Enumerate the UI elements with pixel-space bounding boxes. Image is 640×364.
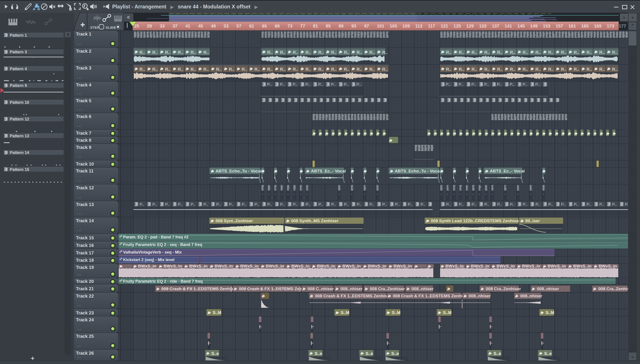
svg-text:P..: P.. <box>344 202 348 207</box>
svg-text:R..: R.. <box>178 67 183 72</box>
svg-text:P..: P.. <box>522 82 527 87</box>
svg-text:P..: P.. <box>229 202 234 207</box>
svg-text:P..: P.. <box>152 202 157 207</box>
svg-text:S..M: S..M <box>443 310 452 315</box>
svg-text:P..: P.. <box>484 82 489 87</box>
svg-text:R..: R.. <box>140 67 145 72</box>
svg-text:R..: R.. <box>293 50 298 55</box>
svg-text:BWxS..in: BWxS..in <box>368 264 386 268</box>
svg-text:R..: R.. <box>561 67 566 72</box>
svg-text:BWxS..in: BWxS..in <box>215 264 233 268</box>
svg-text:P..: P.. <box>318 202 323 207</box>
svg-text:P..: P.. <box>535 202 540 207</box>
svg-text:R..: R.. <box>165 50 170 55</box>
svg-text:Pattern 15: Pattern 15 <box>10 167 29 172</box>
svg-text:P..: P.. <box>472 202 476 207</box>
svg-text:008 Synt..Zenhiser: 008 Synt..Zenhiser <box>216 218 253 223</box>
svg-text:R..: R.. <box>178 50 183 55</box>
svg-text:R..: R.. <box>318 67 324 72</box>
svg-text:R..: R.. <box>459 50 464 55</box>
svg-text:P..: P.. <box>395 202 400 207</box>
svg-text:P..: P.. <box>242 202 246 207</box>
svg-text:R..: R.. <box>369 67 375 72</box>
svg-text:Param. EQ 2 - pad - Band 7 fre: Param. EQ 2 - pad - Band 7 freq #2 <box>123 235 188 239</box>
svg-text:ABTS_Ec..- Vocal: ABTS_Ec..- Vocal <box>490 169 525 173</box>
svg-text:R..: R.. <box>318 50 324 55</box>
svg-text:R..: R.. <box>535 67 541 72</box>
svg-text:008 Crash & FX 1..EDSTEMS Zenh: 008 Crash & FX 1..EDSTEMS Zenhiser <box>393 294 469 298</box>
svg-text:R..: R.. <box>586 67 592 72</box>
svg-text:S..e: S..e <box>544 351 552 356</box>
svg-text:R..: R.. <box>510 67 515 72</box>
svg-text:BWxS..in: BWxS..in <box>522 264 540 268</box>
svg-text:S..M: S..M <box>213 310 221 315</box>
svg-text:P..: P.. <box>305 82 310 87</box>
svg-text:Pattern 1: Pattern 1 <box>10 33 27 38</box>
svg-text:R..: R.. <box>191 67 196 72</box>
svg-text:R..: R.. <box>599 67 605 72</box>
svg-text:ABTS_Ec..- Vocal: ABTS_Ec..- Vocal <box>311 169 346 173</box>
svg-text:008 Synth..MS Zenhiser: 008 Synth..MS Zenhiser <box>291 218 339 223</box>
svg-text:P..: P.. <box>471 82 476 87</box>
svg-text:BWxS..in: BWxS..in <box>573 264 591 268</box>
svg-text:S..M: S..M <box>546 310 554 315</box>
svg-text:R..: R.. <box>267 50 273 55</box>
svg-text:P..: P.. <box>497 202 502 207</box>
svg-text:Pattern 12: Pattern 12 <box>10 117 29 121</box>
svg-text:P..: P.. <box>586 202 591 207</box>
svg-text:P..: P.. <box>574 202 578 207</box>
svg-text:P..: P.. <box>356 82 361 87</box>
svg-text:008..nhiser: 008..nhiser <box>469 294 491 298</box>
svg-text:S..M: S..M <box>341 310 349 315</box>
svg-text:S..e: S..e <box>391 351 399 356</box>
svg-text:R..: R.. <box>510 50 515 55</box>
svg-text:R..: R.. <box>254 67 260 72</box>
svg-text:R..: R.. <box>599 50 605 55</box>
svg-text:P..: P.. <box>357 202 361 207</box>
svg-text:P..: P.. <box>165 202 170 207</box>
svg-text:BWxS..in: BWxS..in <box>291 264 310 268</box>
svg-text:R..: R.. <box>216 67 222 72</box>
svg-text:P..: P.. <box>561 202 566 207</box>
svg-text:P..: P.. <box>216 202 221 207</box>
svg-text:P..: P.. <box>293 202 298 207</box>
svg-text:P..: P.. <box>267 82 272 87</box>
svg-text:R..: R.. <box>293 67 298 72</box>
svg-text:R..: R.. <box>344 67 349 72</box>
svg-text:BWxS..in: BWxS..in <box>445 264 464 268</box>
svg-text:Pattern 13: Pattern 13 <box>10 134 29 138</box>
svg-text:R..: R.. <box>484 50 490 55</box>
svg-text:R..: R.. <box>535 50 541 55</box>
svg-text:P..: P.. <box>280 82 284 87</box>
svg-text:R..: R.. <box>586 50 592 55</box>
svg-text:S..e: S..e <box>315 351 322 356</box>
svg-text:008 Cra..Zenhiser: 008 Cra..Zenhiser <box>370 286 405 291</box>
svg-text:R..: R.. <box>242 67 247 72</box>
svg-text:R..: R.. <box>574 50 579 55</box>
svg-text:R..: R.. <box>344 50 349 55</box>
svg-text:STEP: STEP <box>90 26 99 29</box>
svg-text:P..: P.. <box>331 202 336 207</box>
svg-text:008..nhiser: 008..nhiser <box>520 294 542 298</box>
svg-text:P..: P.. <box>369 202 374 207</box>
svg-text:R..: R.. <box>523 67 528 72</box>
svg-text:P..: P.. <box>625 202 628 207</box>
svg-text:Pattern 14: Pattern 14 <box>10 150 29 155</box>
svg-text:R..: R.. <box>203 50 209 55</box>
svg-text:P..: P.. <box>599 202 604 207</box>
svg-text:008 Cra..Zenhiser: 008 Cra..Zenhiser <box>486 286 521 291</box>
svg-text:008 Synth Lead 122b..CREDSTEMS: 008 Synth Lead 122b..CREDSTEMS Zenhiser <box>431 218 520 223</box>
svg-text:Pattern 9: Pattern 9 <box>10 83 27 88</box>
svg-text:P..: P.. <box>306 202 310 207</box>
svg-text:008 Cra..Zenhiser: 008 Cra..Zenhiser <box>598 286 628 291</box>
svg-text:R..: R.. <box>382 67 388 72</box>
svg-text:BWxS..in: BWxS..in <box>317 264 335 268</box>
svg-text:R..: R.. <box>472 67 477 72</box>
svg-text:P..: P.. <box>535 82 540 87</box>
svg-text:ABTS_Echo..Tu - Vocal: ABTS_Echo..Tu - Vocal <box>216 169 262 173</box>
svg-text:ABTS_Echo..Tu - Vocal: ABTS_Echo..Tu - Vocal <box>395 169 441 173</box>
svg-text:Pattern 3: Pattern 3 <box>10 50 27 54</box>
svg-text:R..: R.. <box>306 67 311 72</box>
svg-text:R..: R.. <box>523 50 528 55</box>
svg-text:P..: P.. <box>510 202 515 207</box>
